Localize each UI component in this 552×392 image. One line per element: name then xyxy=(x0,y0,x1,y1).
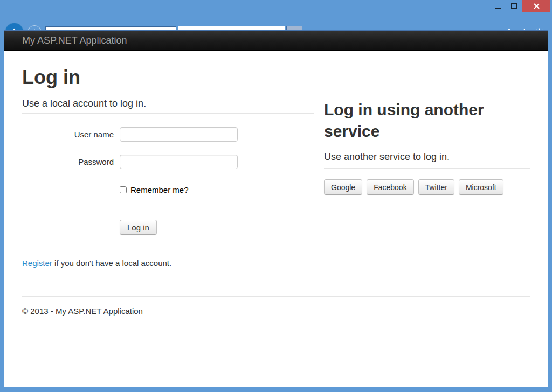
username-label: User name xyxy=(22,130,114,139)
footer-divider xyxy=(22,296,530,297)
username-form-group: User name xyxy=(22,127,314,142)
close-button[interactable] xyxy=(522,0,550,12)
minimize-icon xyxy=(495,8,501,9)
login-submit-button[interactable]: Log in xyxy=(120,220,157,235)
provider-buttons: Google Facebook Twitter Microsoft xyxy=(324,179,530,195)
password-form-group: Password xyxy=(22,155,314,169)
register-link[interactable]: Register xyxy=(22,258,52,268)
local-login-divider xyxy=(22,113,314,114)
navbar-brand-link[interactable]: My ASP.NET Application xyxy=(22,35,127,46)
external-login-title: Log in using another service xyxy=(324,99,530,142)
maximize-button[interactable] xyxy=(506,0,522,12)
app-navbar: My ASP.NET Application xyxy=(4,31,548,51)
register-line: Register if you don't have a local accou… xyxy=(22,258,314,268)
remember-me-label: Remember me? xyxy=(130,185,189,194)
page-viewport: My ASP.NET Application Log in Use a loca… xyxy=(4,31,548,387)
provider-button-google[interactable]: Google xyxy=(324,179,362,195)
remember-me-row: Remember me? xyxy=(120,185,314,194)
remember-me-checkbox[interactable] xyxy=(120,186,127,193)
register-suffix: if you don't have a local account. xyxy=(52,258,171,268)
minimize-button[interactable] xyxy=(490,0,506,12)
local-login-section: Use a local account to log in. User name… xyxy=(22,88,314,268)
content-row: Use a local account to log in. User name… xyxy=(22,88,530,268)
local-login-subtitle: Use a local account to log in. xyxy=(22,98,314,109)
page-title: Log in xyxy=(22,67,530,88)
password-label: Password xyxy=(22,157,114,166)
browser-window: http://www.wingtiptoys.com/ My ASP.NE xyxy=(0,0,552,392)
footer-copyright: © 2013 - My ASP.NET Application xyxy=(22,306,530,316)
external-login-subtitle: Use another service to log in. xyxy=(324,151,530,162)
close-icon xyxy=(534,3,540,9)
provider-button-microsoft[interactable]: Microsoft xyxy=(459,179,503,195)
title-bar xyxy=(0,0,552,12)
window-controls xyxy=(490,0,550,12)
external-login-section: Log in using another service Use another… xyxy=(324,88,530,195)
external-login-divider xyxy=(324,168,530,169)
provider-button-twitter[interactable]: Twitter xyxy=(418,179,454,195)
provider-button-facebook[interactable]: Facebook xyxy=(367,179,413,195)
maximize-icon xyxy=(511,3,518,9)
browser-toolbar: http://www.wingtiptoys.com/ My ASP.NE xyxy=(0,12,552,31)
password-input[interactable] xyxy=(120,155,238,169)
username-input[interactable] xyxy=(120,127,238,142)
page-container: Log in Use a local account to log in. Us… xyxy=(4,67,548,316)
